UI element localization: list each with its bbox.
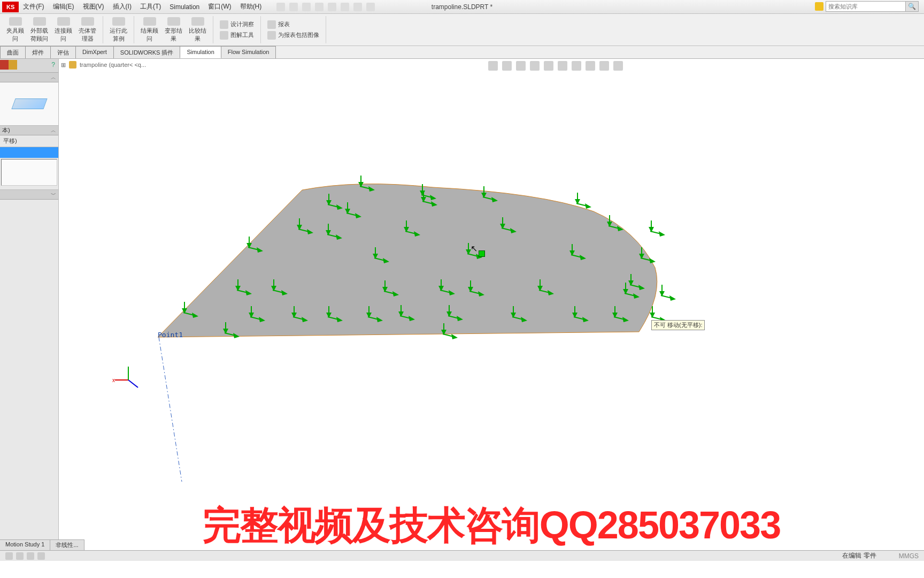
menu-edit[interactable]: 编辑(E) [49,0,79,13]
menu-simulation[interactable]: Simulation [165,1,204,13]
bottom-collapse[interactable]: ﹀ [0,190,58,200]
svg-text:x: x [112,377,115,383]
rebuild-icon[interactable] [353,3,362,11]
tab-simulation[interactable]: Simulation [180,46,221,58]
tab-evaluate[interactable]: 评估 [50,46,76,58]
selection-list[interactable] [1,159,57,186]
menu-tools[interactable]: 工具(T) [136,0,165,13]
shell-manager-button[interactable]: 壳体管理器 [75,16,99,44]
menu-file[interactable]: 文件(F) [19,0,48,13]
image-icon [267,31,276,40]
mass-icon[interactable] [37,552,45,560]
search-button[interactable]: 🔍 [906,1,919,12]
deform-icon [167,17,180,26]
search-kb-icon [815,2,823,11]
result-advisor-button[interactable]: 结果顾问 [137,16,161,44]
redo-icon[interactable] [341,3,349,11]
plot-icon [220,31,228,40]
axis-line [159,337,182,482]
menu-insert[interactable]: 插入(I) [109,0,136,13]
svg-line-7 [128,380,138,387]
insight-icon [220,20,228,29]
preview-pane [0,82,58,125]
undo-icon[interactable] [328,3,336,11]
tree-item-translation[interactable]: 平移) [0,135,58,147]
chevron-up-icon: ︿ [51,127,56,134]
point1-label: Point1 [158,331,183,339]
cursor-selection-indicator [479,250,485,257]
selected-face-item[interactable] [0,147,58,158]
units-label: MMGS [899,552,919,560]
run-icon [112,17,125,26]
result-icon [143,17,156,26]
connection-advisor-button[interactable]: 连接顾问 [51,16,75,44]
compare-result-button[interactable]: 比较结果 [186,16,210,44]
tab-dimxpert[interactable]: DimXpert [75,46,114,58]
preview-shape-icon [11,98,47,109]
tab-flow-simulation[interactable]: Flow Simulation [221,46,276,58]
trampoline-surface[interactable] [158,184,657,337]
new-icon[interactable] [276,3,285,11]
graphics-viewport[interactable]: ⊞ trampoline (quarter< <q... [59,59,924,557]
status-toolbar: 在编辑 零件 MMGS [0,550,924,561]
save-icon[interactable] [302,3,311,11]
plot-tools-button[interactable]: 图解工具 [217,30,257,41]
yellow-tab[interactable] [9,60,17,70]
menu-window[interactable]: 窗口(W) [204,0,235,13]
menu-bar: KS 文件(F) 编辑(E) 视图(V) 插入(I) 工具(T) Simulat… [0,0,924,14]
compare-icon [191,17,204,26]
report-icon [267,20,276,29]
panel-color-tabs [0,60,17,70]
property-panel: 具 ? ︿ 本)︿ 平移) ﹀ [0,59,59,557]
main-area: 具 ? ︿ 本)︿ 平移) ﹀ ⊞ trampoline (quarter< <… [0,59,924,557]
nonlinear-tab[interactable]: 非线性... [50,540,84,550]
tab-surface[interactable]: 曲面 [0,46,26,58]
measure-icon[interactable] [27,552,34,560]
include-image-button[interactable]: 为报表包括图像 [264,30,322,41]
edit-status: 在编辑 零件 [842,551,876,560]
command-tabs: 曲面 焊件 评估 DimXpert SOLIDWORKS 插件 Simulati… [0,46,924,59]
options-icon[interactable] [366,3,375,11]
fixture-icon [9,17,22,26]
load-icon [33,17,46,26]
shell-icon [81,17,94,26]
motion-study-tab[interactable]: Motion Study 1 [0,540,50,550]
help-icon[interactable]: ? [51,61,55,70]
fixture-tooltip: 不可 移动(无平移): [651,320,705,330]
tab-weldment[interactable]: 焊件 [25,46,51,58]
document-title: trampoline.SLDPRT * [432,3,492,11]
preview-collapse[interactable]: ︿ [0,73,58,82]
section-collapse[interactable]: 本)︿ [0,126,58,135]
open-icon[interactable] [289,3,298,11]
deformed-result-button[interactable]: 变形结果 [161,16,186,44]
external-load-advisor-button[interactable]: 外部载荷顾问 [27,16,51,44]
chevron-down-icon: ﹀ [51,191,56,199]
app-logo: KS [2,2,19,12]
quick-access-toolbar [266,3,375,11]
print-icon[interactable] [315,3,324,11]
search-input[interactable] [826,1,906,12]
cursor-arrow-icon: ↖ [471,244,478,254]
search-box: 🔍 [815,1,919,12]
menu-help[interactable]: 帮助(H) [236,0,266,13]
design-insight-button[interactable]: 设计洞察 [217,19,257,30]
view-triad[interactable]: x [112,364,144,396]
fixture-advisor-button[interactable]: 夹具顾问 [3,16,27,44]
run-study-button[interactable]: 运行此算例 [106,16,130,44]
menu-view[interactable]: 视图(V) [79,0,109,13]
chevron-up-icon: ︿ [51,74,56,81]
red-tab[interactable] [0,60,9,70]
tab-addins[interactable]: SOLIDWORKS 插件 [113,46,181,58]
ribbon: 夹具顾问 外部载荷顾问 连接顾问 壳体管理器 运行此算例 结果顾问 变形结果 比… [0,14,924,46]
sketch-icon[interactable] [5,552,13,560]
bottom-tabs: Motion Study 1 非线性... [0,539,84,550]
watermark-text: 完整视频及技术咨询QQ285037033 [203,500,780,551]
select-icon[interactable] [16,552,24,560]
report-button[interactable]: 报表 [264,19,293,30]
connection-icon [57,17,70,26]
